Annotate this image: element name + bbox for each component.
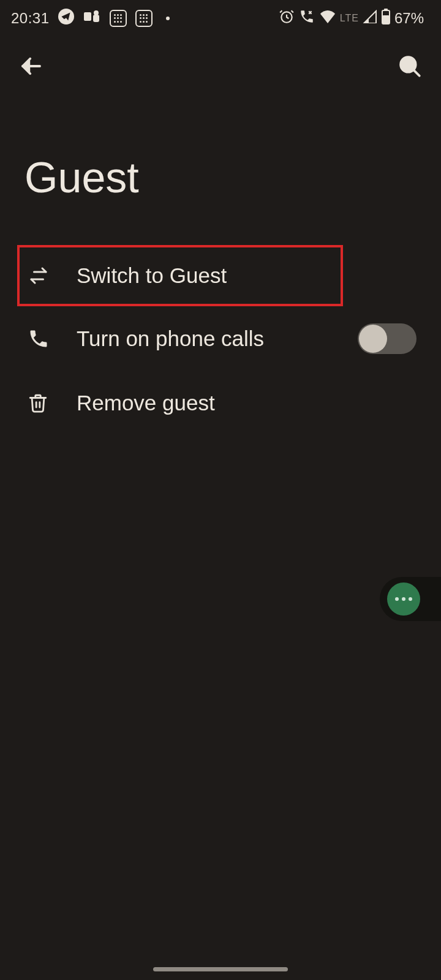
svg-rect-7 bbox=[382, 15, 390, 24]
swap-icon bbox=[28, 265, 77, 287]
telegram-icon bbox=[58, 9, 74, 28]
teams-icon bbox=[83, 9, 101, 28]
phone-calls-toggle[interactable] bbox=[358, 323, 417, 354]
svg-point-2 bbox=[94, 10, 99, 15]
phone-calls-row[interactable]: Turn on phone calls bbox=[0, 306, 441, 371]
battery-percentage: 67% bbox=[394, 10, 424, 27]
phone-calls-label: Turn on phone calls bbox=[77, 326, 358, 351]
wifi-icon bbox=[319, 10, 336, 27]
app-bar bbox=[0, 37, 441, 98]
status-bar-left: 20:31 bbox=[11, 9, 170, 28]
switch-to-guest-row[interactable]: Switch to Guest bbox=[17, 245, 343, 306]
search-button[interactable] bbox=[397, 53, 423, 81]
status-bar-right: LTE 67% bbox=[279, 9, 424, 28]
phone-icon bbox=[28, 328, 77, 350]
remove-guest-row[interactable]: Remove guest bbox=[0, 371, 441, 435]
more-notifications-dot bbox=[166, 17, 170, 20]
trash-icon bbox=[28, 393, 77, 413]
calendar-icon-2 bbox=[135, 10, 153, 27]
svg-rect-3 bbox=[93, 15, 99, 22]
svg-rect-1 bbox=[84, 12, 91, 21]
gesture-nav-bar[interactable] bbox=[153, 967, 288, 971]
signal-icon bbox=[363, 10, 377, 27]
more-icon bbox=[387, 582, 420, 616]
svg-line-10 bbox=[413, 70, 420, 76]
calendar-icon-1 bbox=[110, 10, 127, 27]
wifi-calling-icon bbox=[298, 9, 315, 28]
remove-guest-label: Remove guest bbox=[77, 391, 417, 415]
edge-assist-pill[interactable] bbox=[380, 577, 441, 621]
back-button[interactable] bbox=[18, 53, 44, 81]
switch-to-guest-label: Switch to Guest bbox=[77, 263, 316, 288]
page-title: Guest bbox=[0, 98, 441, 245]
toggle-knob bbox=[359, 325, 387, 353]
network-type: LTE bbox=[340, 13, 359, 24]
battery-icon bbox=[381, 9, 391, 28]
alarm-icon bbox=[279, 9, 295, 28]
clock: 20:31 bbox=[11, 10, 50, 27]
status-bar: 20:31 LTE 67% bbox=[0, 0, 441, 37]
